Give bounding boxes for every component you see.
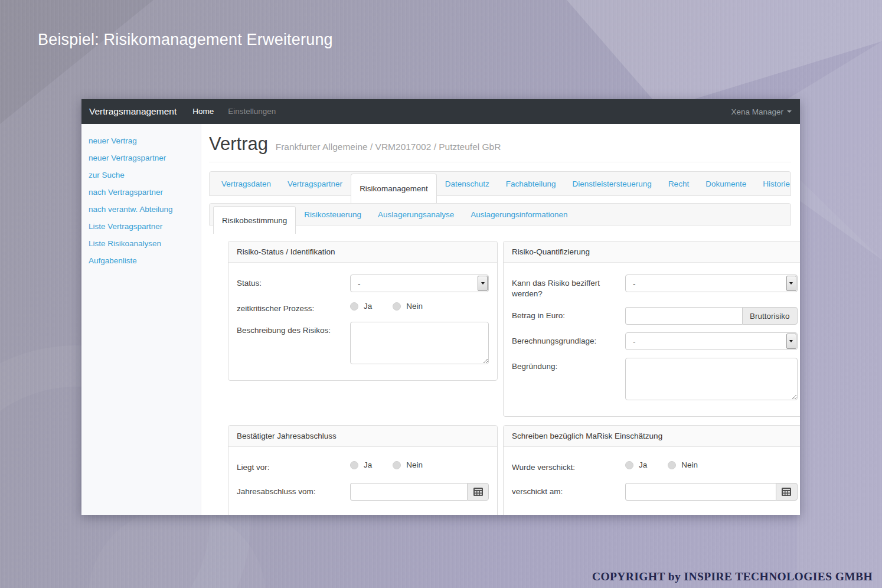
berechnungsgrundlage-select-value: -	[626, 337, 786, 346]
radio-label-nein: Nein	[406, 460, 423, 469]
radio-label-ja: Ja	[639, 460, 647, 469]
user-menu[interactable]: Xena Manager	[723, 107, 800, 116]
wurde-verschickt-label: Wurde verschickt:	[512, 459, 625, 473]
liegt-vor-label: Liegt vor:	[237, 459, 350, 473]
copyright-footer: COPYRIGHT by INSPIRE TECHNOLOGIES GMBH	[592, 570, 873, 583]
berechnungsgrundlage-select[interactable]: -	[625, 332, 798, 350]
chevron-down-icon	[786, 334, 796, 349]
jahresabschluss-vom-input[interactable]	[350, 483, 467, 501]
main-content: Vertrag Frankfurter Allgemeine / VRM2017…	[201, 124, 800, 515]
radio-label-nein: Nein	[406, 302, 423, 311]
user-menu-label: Xena Manager	[731, 107, 783, 116]
zeitkritischer-prozess-label: zeitkritischer Prozess:	[237, 300, 350, 314]
sidebar-item-aufgabenliste[interactable]: Aufgabenliste	[81, 252, 201, 269]
subtab-risikosteuerung[interactable]: Risikosteuerung	[296, 204, 370, 226]
zeitkritischer-prozess-nein-radio[interactable]	[393, 302, 401, 311]
wurde-verschickt-nein-radio[interactable]	[668, 461, 676, 469]
app-window: Vertragsmanagement Home Einstellungen Xe…	[81, 99, 800, 515]
subtab-auslagerungsinformationen[interactable]: Auslagerungsinformationen	[462, 204, 576, 226]
beschreibung-risiko-label: Beschreibung des Risikos:	[237, 322, 350, 336]
berechnungsgrundlage-label: Berechnungsgrundlage:	[512, 332, 625, 347]
tab-dienstleistersteuerung[interactable]: Dienstleistersteuerung	[564, 172, 660, 196]
risiko-beziffert-select[interactable]: -	[625, 275, 798, 292]
sidebar-item-zur-suche[interactable]: zur Suche	[81, 166, 201, 184]
panel-risiko-quantifizierung: Risiko-Quantifizierung Kann das Risiko b…	[503, 241, 800, 417]
radio-label-ja: Ja	[364, 460, 372, 469]
chevron-down-icon	[786, 276, 796, 291]
wurde-verschickt-ja-radio[interactable]	[625, 461, 633, 469]
sidebar: neuer Vertrag neuer Vertragspartner zur …	[81, 124, 201, 515]
panel-risiko-status-title: Risiko-Status / Identifikation	[228, 241, 497, 263]
sidebar-item-nach-verantw-abteilung[interactable]: nach verantw. Abteilung	[81, 201, 201, 218]
risiko-beziffert-label: Kann das Risiko beziffert werden?	[512, 275, 625, 299]
calendar-icon[interactable]	[776, 483, 798, 501]
panel-risiko-status: Risiko-Status / Identifikation Status: -	[228, 241, 498, 381]
calendar-icon[interactable]	[467, 483, 489, 501]
liegt-vor-nein-radio[interactable]	[393, 461, 401, 469]
app-brand[interactable]: Vertragsmanagement	[81, 106, 185, 117]
tab-vertragsdaten[interactable]: Vertragsdaten	[213, 172, 279, 196]
form-panels: Risiko-Status / Identifikation Status: -	[209, 241, 791, 515]
betrag-euro-label: Betrag in Euro:	[512, 307, 625, 321]
presentation-slide: Beispiel: Risikomanagement Erweiterung V…	[0, 0, 882, 588]
begruendung-label: Begründung:	[512, 358, 625, 372]
radio-label-ja: Ja	[364, 302, 372, 311]
sidebar-item-liste-risikoanalysen[interactable]: Liste Risikoanalysen	[81, 235, 201, 252]
status-select[interactable]: -	[350, 275, 489, 292]
begruendung-textarea[interactable]	[625, 358, 798, 400]
tab-risikomanagement[interactable]: Risikomanagement	[351, 174, 437, 203]
bruttorisiko-button[interactable]: Bruttorisiko	[742, 307, 798, 325]
page-subtitle: Frankfurter Allgemeine / VRM2017002 / Pu…	[276, 142, 501, 152]
tab-dokumente[interactable]: Dokumente	[697, 172, 754, 196]
verschickt-am-input[interactable]	[625, 483, 776, 501]
verschickt-am-label: verschickt am:	[512, 483, 625, 497]
slide-title: Beispiel: Risikomanagement Erweiterung	[38, 31, 333, 49]
nav-item-einstellungen[interactable]: Einstellungen	[221, 99, 283, 124]
status-select-value: -	[351, 279, 478, 288]
radio-label-nein: Nein	[681, 460, 698, 469]
nav-item-home[interactable]: Home	[185, 99, 221, 124]
subtab-risikobestimmung[interactable]: Risikobestimmung	[213, 206, 296, 234]
chevron-down-icon	[787, 110, 792, 113]
liegt-vor-ja-radio[interactable]	[350, 461, 358, 469]
sub-tab-bar: Risikobestimmung Risikosteuerung Auslage…	[209, 203, 791, 226]
tab-datenschutz[interactable]: Datenschutz	[437, 172, 498, 196]
wurde-verschickt-radio-group: Ja Nein	[625, 459, 798, 469]
sidebar-item-neuer-vertragspartner[interactable]: neuer Vertragspartner	[81, 149, 201, 166]
zeitkritischer-prozess-radio-group: Ja Nein	[350, 300, 489, 311]
main-tab-bar: Vertragsdaten Vertragspartner Risikomana…	[209, 171, 791, 196]
zeitkritischer-prozess-ja-radio[interactable]	[350, 302, 358, 311]
sidebar-item-liste-vertragspartner[interactable]: Liste Vertragspartner	[81, 218, 201, 235]
panel-marisk-schreiben-title: Schreiben bezüglich MaRisk Einschätzung	[504, 426, 800, 447]
chevron-down-icon	[478, 276, 488, 291]
betrag-euro-input[interactable]	[625, 307, 742, 325]
sidebar-item-neuer-vertrag[interactable]: neuer Vertrag	[81, 132, 201, 149]
jahresabschluss-vom-label: Jahresabschluss vom:	[237, 483, 350, 497]
sidebar-item-nach-vertragspartner[interactable]: nach Vertragspartner	[81, 184, 201, 201]
panel-risiko-quantifizierung-title: Risiko-Quantifizierung	[504, 241, 800, 263]
tab-vertragspartner[interactable]: Vertragspartner	[279, 172, 351, 196]
top-navbar: Vertragsmanagement Home Einstellungen Xe…	[81, 99, 800, 124]
beschreibung-risiko-textarea[interactable]	[350, 322, 489, 364]
tab-historie[interactable]: Historie	[754, 172, 798, 196]
risiko-beziffert-select-value: -	[626, 279, 786, 288]
page-header: Vertrag Frankfurter Allgemeine / VRM2017…	[209, 132, 791, 162]
page-title: Vertrag	[209, 133, 268, 154]
tab-recht[interactable]: Recht	[660, 172, 697, 196]
panel-marisk-schreiben: Schreiben bezüglich MaRisk Einschätzung …	[503, 425, 800, 515]
tab-fachabteilung[interactable]: Fachabteilung	[498, 172, 564, 196]
panel-jahresabschluss: Bestätigter Jahresabschluss Liegt vor: J…	[228, 425, 498, 515]
liegt-vor-radio-group: Ja Nein	[350, 459, 489, 469]
subtab-auslagerungsanalyse[interactable]: Auslagerungsanalyse	[370, 204, 462, 226]
panel-jahresabschluss-title: Bestätigter Jahresabschluss	[228, 426, 497, 447]
status-label: Status:	[237, 275, 350, 289]
